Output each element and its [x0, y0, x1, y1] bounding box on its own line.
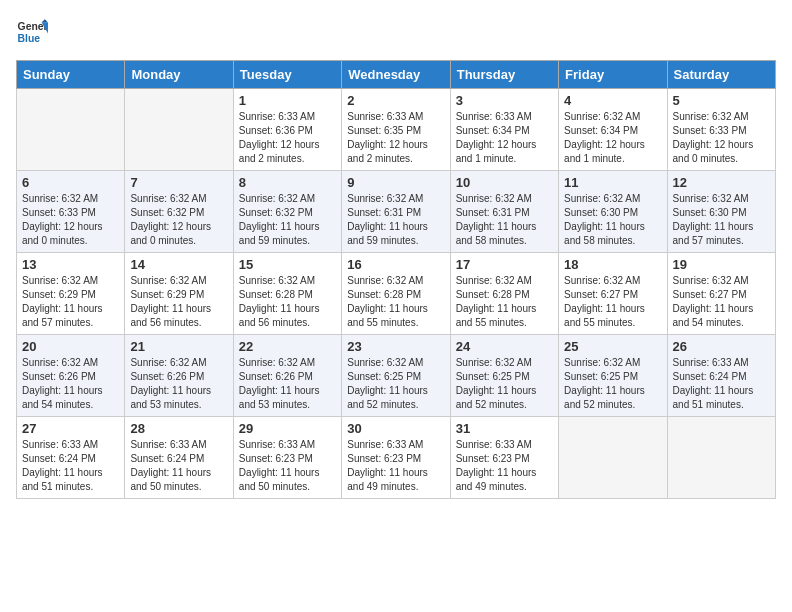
- calendar-week-1: 1Sunrise: 6:33 AM Sunset: 6:36 PM Daylig…: [17, 89, 776, 171]
- calendar-cell: 26Sunrise: 6:33 AM Sunset: 6:24 PM Dayli…: [667, 335, 775, 417]
- cell-info: Sunrise: 6:32 AM Sunset: 6:25 PM Dayligh…: [564, 356, 661, 412]
- day-number: 13: [22, 257, 119, 272]
- day-number: 21: [130, 339, 227, 354]
- calendar-week-3: 13Sunrise: 6:32 AM Sunset: 6:29 PM Dayli…: [17, 253, 776, 335]
- calendar-cell: 25Sunrise: 6:32 AM Sunset: 6:25 PM Dayli…: [559, 335, 667, 417]
- calendar-cell: 23Sunrise: 6:32 AM Sunset: 6:25 PM Dayli…: [342, 335, 450, 417]
- day-number: 14: [130, 257, 227, 272]
- calendar-cell: 21Sunrise: 6:32 AM Sunset: 6:26 PM Dayli…: [125, 335, 233, 417]
- day-number: 23: [347, 339, 444, 354]
- calendar-cell: [667, 417, 775, 499]
- cell-info: Sunrise: 6:32 AM Sunset: 6:26 PM Dayligh…: [239, 356, 336, 412]
- day-number: 31: [456, 421, 553, 436]
- page-header: General Blue: [16, 16, 776, 48]
- cell-info: Sunrise: 6:32 AM Sunset: 6:31 PM Dayligh…: [347, 192, 444, 248]
- calendar-cell: 4Sunrise: 6:32 AM Sunset: 6:34 PM Daylig…: [559, 89, 667, 171]
- calendar-cell: 8Sunrise: 6:32 AM Sunset: 6:32 PM Daylig…: [233, 171, 341, 253]
- calendar-cell: 10Sunrise: 6:32 AM Sunset: 6:31 PM Dayli…: [450, 171, 558, 253]
- cell-info: Sunrise: 6:33 AM Sunset: 6:24 PM Dayligh…: [130, 438, 227, 494]
- day-number: 22: [239, 339, 336, 354]
- cell-info: Sunrise: 6:32 AM Sunset: 6:34 PM Dayligh…: [564, 110, 661, 166]
- calendar-cell: 28Sunrise: 6:33 AM Sunset: 6:24 PM Dayli…: [125, 417, 233, 499]
- calendar-table: SundayMondayTuesdayWednesdayThursdayFrid…: [16, 60, 776, 499]
- calendar-cell: 29Sunrise: 6:33 AM Sunset: 6:23 PM Dayli…: [233, 417, 341, 499]
- cell-info: Sunrise: 6:32 AM Sunset: 6:31 PM Dayligh…: [456, 192, 553, 248]
- calendar-week-5: 27Sunrise: 6:33 AM Sunset: 6:24 PM Dayli…: [17, 417, 776, 499]
- col-header-wednesday: Wednesday: [342, 61, 450, 89]
- day-number: 9: [347, 175, 444, 190]
- day-number: 6: [22, 175, 119, 190]
- day-number: 4: [564, 93, 661, 108]
- calendar-cell: 9Sunrise: 6:32 AM Sunset: 6:31 PM Daylig…: [342, 171, 450, 253]
- cell-info: Sunrise: 6:33 AM Sunset: 6:23 PM Dayligh…: [347, 438, 444, 494]
- cell-info: Sunrise: 6:32 AM Sunset: 6:28 PM Dayligh…: [239, 274, 336, 330]
- cell-info: Sunrise: 6:32 AM Sunset: 6:26 PM Dayligh…: [22, 356, 119, 412]
- calendar-cell: 18Sunrise: 6:32 AM Sunset: 6:27 PM Dayli…: [559, 253, 667, 335]
- day-number: 12: [673, 175, 770, 190]
- calendar-cell: 27Sunrise: 6:33 AM Sunset: 6:24 PM Dayli…: [17, 417, 125, 499]
- day-number: 20: [22, 339, 119, 354]
- day-number: 5: [673, 93, 770, 108]
- day-number: 16: [347, 257, 444, 272]
- cell-info: Sunrise: 6:33 AM Sunset: 6:35 PM Dayligh…: [347, 110, 444, 166]
- logo-icon: General Blue: [16, 16, 48, 48]
- cell-info: Sunrise: 6:33 AM Sunset: 6:23 PM Dayligh…: [456, 438, 553, 494]
- cell-info: Sunrise: 6:32 AM Sunset: 6:29 PM Dayligh…: [22, 274, 119, 330]
- calendar-cell: [17, 89, 125, 171]
- col-header-thursday: Thursday: [450, 61, 558, 89]
- calendar-cell: 2Sunrise: 6:33 AM Sunset: 6:35 PM Daylig…: [342, 89, 450, 171]
- cell-info: Sunrise: 6:32 AM Sunset: 6:29 PM Dayligh…: [130, 274, 227, 330]
- cell-info: Sunrise: 6:33 AM Sunset: 6:24 PM Dayligh…: [22, 438, 119, 494]
- day-number: 29: [239, 421, 336, 436]
- calendar-week-2: 6Sunrise: 6:32 AM Sunset: 6:33 PM Daylig…: [17, 171, 776, 253]
- day-number: 30: [347, 421, 444, 436]
- day-number: 26: [673, 339, 770, 354]
- calendar-cell: 14Sunrise: 6:32 AM Sunset: 6:29 PM Dayli…: [125, 253, 233, 335]
- calendar-cell: 5Sunrise: 6:32 AM Sunset: 6:33 PM Daylig…: [667, 89, 775, 171]
- calendar-cell: 12Sunrise: 6:32 AM Sunset: 6:30 PM Dayli…: [667, 171, 775, 253]
- calendar-cell: [559, 417, 667, 499]
- day-number: 1: [239, 93, 336, 108]
- cell-info: Sunrise: 6:32 AM Sunset: 6:25 PM Dayligh…: [347, 356, 444, 412]
- day-number: 25: [564, 339, 661, 354]
- day-number: 8: [239, 175, 336, 190]
- day-number: 27: [22, 421, 119, 436]
- col-header-saturday: Saturday: [667, 61, 775, 89]
- calendar-cell: 6Sunrise: 6:32 AM Sunset: 6:33 PM Daylig…: [17, 171, 125, 253]
- calendar-cell: 3Sunrise: 6:33 AM Sunset: 6:34 PM Daylig…: [450, 89, 558, 171]
- day-number: 7: [130, 175, 227, 190]
- cell-info: Sunrise: 6:32 AM Sunset: 6:26 PM Dayligh…: [130, 356, 227, 412]
- calendar-week-4: 20Sunrise: 6:32 AM Sunset: 6:26 PM Dayli…: [17, 335, 776, 417]
- cell-info: Sunrise: 6:33 AM Sunset: 6:36 PM Dayligh…: [239, 110, 336, 166]
- col-header-tuesday: Tuesday: [233, 61, 341, 89]
- cell-info: Sunrise: 6:33 AM Sunset: 6:24 PM Dayligh…: [673, 356, 770, 412]
- calendar-cell: 22Sunrise: 6:32 AM Sunset: 6:26 PM Dayli…: [233, 335, 341, 417]
- cell-info: Sunrise: 6:32 AM Sunset: 6:30 PM Dayligh…: [673, 192, 770, 248]
- calendar-cell: 17Sunrise: 6:32 AM Sunset: 6:28 PM Dayli…: [450, 253, 558, 335]
- logo: General Blue: [16, 16, 48, 48]
- cell-info: Sunrise: 6:32 AM Sunset: 6:25 PM Dayligh…: [456, 356, 553, 412]
- calendar-cell: [125, 89, 233, 171]
- calendar-cell: 30Sunrise: 6:33 AM Sunset: 6:23 PM Dayli…: [342, 417, 450, 499]
- cell-info: Sunrise: 6:32 AM Sunset: 6:33 PM Dayligh…: [22, 192, 119, 248]
- day-number: 10: [456, 175, 553, 190]
- cell-info: Sunrise: 6:33 AM Sunset: 6:34 PM Dayligh…: [456, 110, 553, 166]
- day-number: 11: [564, 175, 661, 190]
- day-number: 19: [673, 257, 770, 272]
- calendar-cell: 11Sunrise: 6:32 AM Sunset: 6:30 PM Dayli…: [559, 171, 667, 253]
- cell-info: Sunrise: 6:32 AM Sunset: 6:28 PM Dayligh…: [456, 274, 553, 330]
- day-number: 3: [456, 93, 553, 108]
- calendar-cell: 1Sunrise: 6:33 AM Sunset: 6:36 PM Daylig…: [233, 89, 341, 171]
- day-number: 24: [456, 339, 553, 354]
- cell-info: Sunrise: 6:32 AM Sunset: 6:32 PM Dayligh…: [239, 192, 336, 248]
- calendar-cell: 16Sunrise: 6:32 AM Sunset: 6:28 PM Dayli…: [342, 253, 450, 335]
- calendar-cell: 31Sunrise: 6:33 AM Sunset: 6:23 PM Dayli…: [450, 417, 558, 499]
- col-header-monday: Monday: [125, 61, 233, 89]
- day-number: 18: [564, 257, 661, 272]
- cell-info: Sunrise: 6:33 AM Sunset: 6:23 PM Dayligh…: [239, 438, 336, 494]
- col-header-friday: Friday: [559, 61, 667, 89]
- day-number: 28: [130, 421, 227, 436]
- calendar-cell: 24Sunrise: 6:32 AM Sunset: 6:25 PM Dayli…: [450, 335, 558, 417]
- col-header-sunday: Sunday: [17, 61, 125, 89]
- header-row: SundayMondayTuesdayWednesdayThursdayFrid…: [17, 61, 776, 89]
